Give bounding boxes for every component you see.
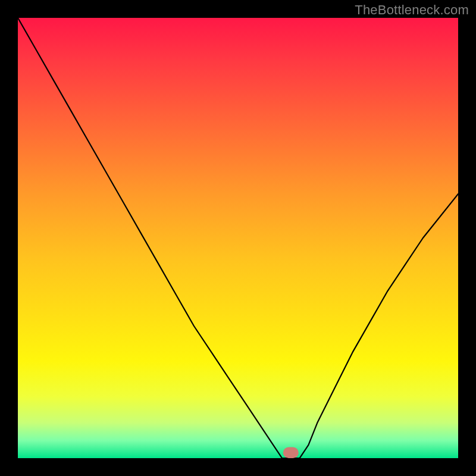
plot-svg <box>18 18 458 458</box>
target-marker <box>283 447 299 459</box>
chart-frame: TheBottleneck.com <box>0 0 476 476</box>
watermark-text: TheBottleneck.com <box>355 2 469 18</box>
plot-area <box>18 18 458 458</box>
